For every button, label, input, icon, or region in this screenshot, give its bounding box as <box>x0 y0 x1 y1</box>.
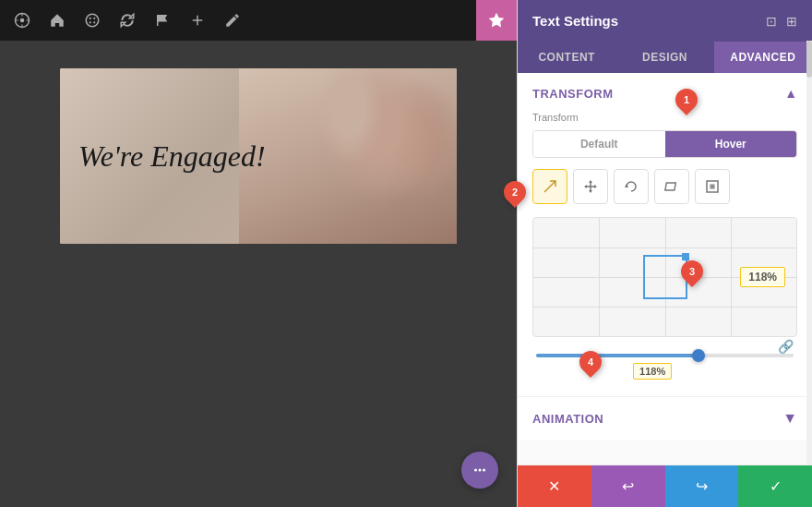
scrollbar-thumb[interactable] <box>806 41 812 78</box>
annotation-3: 3 <box>681 260 703 283</box>
svg-marker-17 <box>589 180 592 183</box>
left-panel: We're Engaged! <box>0 0 517 507</box>
fullscreen-icon[interactable]: ⊡ <box>766 14 777 29</box>
transform-section: Transform ▲ Transform Default Hover <box>518 73 812 397</box>
svg-marker-19 <box>584 185 587 188</box>
annotation-1-label: 1 <box>684 94 689 105</box>
annotation-3-label: 3 <box>689 266 695 277</box>
scale-tool-btn[interactable] <box>532 169 567 204</box>
annotation-2-label: 2 <box>512 187 518 198</box>
right-panel-wrapper: Text Settings ⊡ ⊞ Content Design Advance… <box>517 0 812 507</box>
slider-area: 🔗 118% <box>532 346 797 383</box>
star-icon[interactable] <box>476 0 517 41</box>
slider-thumb[interactable] <box>692 349 705 362</box>
subsection-label: Transform <box>532 112 797 123</box>
confirm-button[interactable]: ✓ <box>738 465 812 507</box>
transform-origin-btn[interactable] <box>695 169 730 204</box>
svg-point-6 <box>93 21 95 23</box>
right-panel: Text Settings ⊡ ⊞ Content Design Advance… <box>517 0 812 507</box>
panel-header: Text Settings ⊡ ⊞ <box>518 0 812 42</box>
svg-marker-18 <box>589 190 592 193</box>
scale-badge: 118% <box>740 267 785 287</box>
wordpress-icon[interactable] <box>11 9 33 31</box>
toolbar <box>0 0 517 41</box>
svg-point-4 <box>93 18 95 19</box>
animation-section: Animation ▼ <box>518 397 812 440</box>
refresh-icon[interactable] <box>116 9 138 31</box>
transform-tab-default[interactable]: Default <box>533 131 665 157</box>
slider-track[interactable] <box>536 354 794 357</box>
svg-line-14 <box>544 181 555 192</box>
columns-icon[interactable]: ⊞ <box>786 14 797 29</box>
panel-header-icons: ⊡ ⊞ <box>766 14 797 29</box>
svg-marker-10 <box>489 13 505 28</box>
slider-value-badge: 118% <box>633 363 672 380</box>
hero-text: We're Engaged! <box>78 139 266 174</box>
svg-point-24 <box>711 186 714 188</box>
scrollbar-track <box>806 41 812 465</box>
section-header: Transform ▲ <box>532 86 797 101</box>
tab-content[interactable]: Content <box>518 42 615 73</box>
plus-icon[interactable] <box>186 9 209 31</box>
svg-rect-22 <box>665 183 675 190</box>
hero-image-inner: We're Engaged! <box>60 68 457 244</box>
animation-expand-icon[interactable]: ▼ <box>782 410 797 427</box>
grid-v1 <box>599 218 600 336</box>
bottom-toolbar: ✕ ↩ ↪ ✓ <box>518 465 812 507</box>
animation-title: Animation <box>532 412 603 426</box>
undo-button[interactable]: ↩ <box>591 465 665 507</box>
canvas-area: We're Engaged! <box>0 41 517 507</box>
tabs: Content Design Advanced <box>518 42 812 73</box>
svg-point-12 <box>474 469 477 472</box>
svg-point-1 <box>20 18 25 23</box>
annotation-4-label: 4 <box>588 356 593 368</box>
section-title: Transform <box>532 87 614 101</box>
tool-icons-row <box>532 169 797 204</box>
svg-point-11 <box>479 469 482 472</box>
panel-content: Transform ▲ Transform Default Hover <box>518 73 812 465</box>
float-button[interactable] <box>461 452 498 489</box>
edit-icon[interactable] <box>221 9 244 31</box>
scale-handle[interactable] <box>682 253 689 260</box>
slider-fill <box>536 354 703 357</box>
section-collapse-icon[interactable]: ▲ <box>784 86 797 101</box>
annotation-1: 1 <box>675 89 698 111</box>
skew-tool-btn[interactable] <box>654 169 689 204</box>
annotation-2: 2 <box>504 181 526 203</box>
tab-advanced[interactable]: Advanced <box>714 42 812 73</box>
rotate-tool-btn[interactable] <box>614 169 649 204</box>
svg-point-13 <box>483 469 485 472</box>
grid-v3 <box>731 218 732 336</box>
svg-point-5 <box>90 21 91 23</box>
link-icon[interactable]: 🔗 <box>778 339 794 354</box>
tab-design[interactable]: Design <box>615 42 713 73</box>
flag-icon[interactable] <box>151 9 173 31</box>
svg-marker-20 <box>594 185 597 188</box>
move-tool-btn[interactable] <box>573 169 608 204</box>
transform-tabs: Default Hover <box>532 130 797 158</box>
home-icon[interactable] <box>46 9 68 31</box>
panel-title: Text Settings <box>532 13 618 29</box>
palette-icon[interactable] <box>81 9 103 31</box>
transform-tab-hover[interactable]: Hover <box>665 131 797 157</box>
scale-visual-area: 118% <box>532 217 797 337</box>
svg-point-3 <box>90 18 91 19</box>
svg-point-2 <box>86 14 99 27</box>
cancel-button[interactable]: ✕ <box>518 465 591 507</box>
hero-image-block: We're Engaged! <box>60 68 457 244</box>
annotation-4: 4 <box>579 351 602 373</box>
redo-button[interactable]: ↪ <box>665 465 739 507</box>
